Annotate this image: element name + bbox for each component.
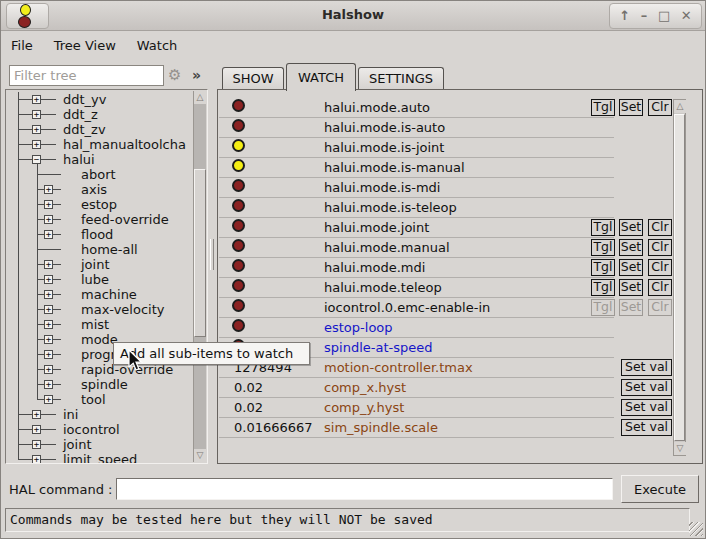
tree-expander-+[interactable]: + — [44, 350, 53, 359]
tree-item-estop[interactable]: +estop — [6, 197, 193, 212]
set-button[interactable]: Set — [619, 239, 643, 256]
tree-expander-+[interactable]: + — [32, 425, 41, 434]
minimize-button[interactable]: – — [641, 4, 648, 28]
execute-button[interactable]: Execute — [621, 475, 699, 503]
window-title: Halshow — [1, 7, 705, 22]
menubar: FileTree ViewWatch — [1, 32, 705, 59]
tree-item-ddt_z[interactable]: +ddt_z — [6, 107, 193, 122]
maximize-button[interactable]: □ — [658, 4, 670, 28]
tree-expander-+[interactable]: + — [44, 200, 53, 209]
clr-button[interactable]: Clr — [648, 99, 672, 116]
clr-button[interactable]: Clr — [648, 239, 672, 256]
tree-expander-+[interactable]: + — [44, 290, 53, 299]
set-button[interactable]: Set — [619, 259, 643, 276]
tree-item-axis[interactable]: +axis — [6, 182, 193, 197]
set-button[interactable]: Set — [619, 279, 643, 296]
close-button[interactable]: ✕ — [681, 4, 692, 28]
hal-tree-panel: +ddt_yv+ddt_z+ddt_zv+hal_manualtoolcha−h… — [5, 89, 208, 464]
filter-settings-gear-icon[interactable]: ⚙ — [168, 66, 181, 84]
set-val-button[interactable]: Set val — [621, 359, 672, 376]
scroll-up-icon[interactable]: △ — [674, 100, 686, 113]
tree-item-ini[interactable]: +ini — [6, 407, 193, 422]
clr-button[interactable]: Clr — [648, 219, 672, 236]
tree-item-joint[interactable]: +joint — [6, 257, 193, 272]
tree-item-halui[interactable]: −halui — [6, 152, 193, 167]
tree-expander-+[interactable]: + — [32, 440, 41, 449]
tree-item-abort[interactable]: abort — [6, 167, 193, 182]
tree-expander-+[interactable]: + — [32, 95, 41, 104]
tree-item-feed-override[interactable]: +feed-override — [6, 212, 193, 227]
tree-item-joint[interactable]: +joint — [6, 437, 193, 452]
tree-expander-+[interactable]: + — [44, 305, 53, 314]
tree-item-lube[interactable]: +lube — [6, 272, 193, 287]
tree-item-hal_manualtoolcha[interactable]: +hal_manualtoolcha — [6, 137, 193, 152]
tree-item-iocontrol[interactable]: +iocontrol — [6, 422, 193, 437]
tree-item-limit_speed[interactable]: +limit_speed — [6, 452, 193, 464]
tree-expander-+[interactable]: + — [32, 125, 41, 134]
set-button: Set — [619, 299, 643, 316]
tgl-button[interactable]: Tgl — [591, 219, 615, 236]
tree-item-label: abort — [81, 167, 116, 182]
menu-watch[interactable]: Watch — [137, 38, 177, 53]
tree-expander-+[interactable]: + — [32, 110, 41, 119]
tree-expander-+[interactable]: + — [32, 410, 41, 419]
tree-item-label: progr — [81, 347, 116, 362]
tab-show[interactable]: SHOW — [222, 67, 284, 89]
tree-scrollbar-thumb[interactable] — [194, 169, 206, 337]
tree-item-machine[interactable]: +machine — [6, 287, 193, 302]
tree-expander-+[interactable]: + — [44, 395, 53, 404]
tree-scrollbar[interactable]: △ ▽ — [193, 91, 206, 462]
resize-grip[interactable] — [689, 522, 703, 536]
tgl-button[interactable]: Tgl — [591, 99, 615, 116]
set-val-button[interactable]: Set val — [621, 399, 672, 416]
menu-file[interactable]: File — [11, 38, 33, 53]
set-val-button[interactable]: Set val — [621, 379, 672, 396]
tree-item-max-velocity[interactable]: +max-velocity — [6, 302, 193, 317]
tgl-button[interactable]: Tgl — [591, 239, 615, 256]
watch-scrollbar-thumb[interactable] — [674, 114, 685, 441]
tgl-button[interactable]: Tgl — [591, 259, 615, 276]
tree-expander-+[interactable]: + — [44, 275, 53, 284]
clr-button[interactable]: Clr — [648, 259, 672, 276]
tree-item-ddt_zv[interactable]: +ddt_zv — [6, 122, 193, 137]
tab-watch[interactable]: WATCH — [286, 63, 356, 91]
tree-expander-+[interactable]: + — [44, 365, 53, 374]
tgl-button[interactable]: Tgl — [591, 279, 615, 296]
tree-expander-+[interactable]: + — [32, 455, 41, 464]
filter-tree-input[interactable] — [9, 65, 164, 86]
shade-button[interactable]: ↑ — [619, 4, 630, 28]
watch-scrollbar[interactable]: △ ▽ — [673, 99, 686, 456]
clr-button[interactable]: Clr — [648, 279, 672, 296]
mouse-cursor — [128, 349, 144, 373]
tree-expander-−[interactable]: − — [32, 155, 41, 164]
led-off-indicator — [232, 99, 245, 112]
tree-expander-+[interactable]: + — [44, 215, 53, 224]
tree-item-ddt_yv[interactable]: +ddt_yv — [6, 92, 193, 107]
scroll-up-icon[interactable]: △ — [194, 91, 206, 104]
tree-item-label: tool — [81, 392, 106, 407]
tree-item-mist[interactable]: +mist — [6, 317, 193, 332]
tree-expander-+[interactable]: + — [44, 380, 53, 389]
tab-settings[interactable]: SETTINGS — [358, 67, 444, 89]
watch-name: comp_x.hyst — [324, 380, 406, 395]
tree-item-home-all[interactable]: home-all — [6, 242, 193, 257]
tree-item-tool[interactable]: +tool — [6, 392, 193, 407]
scroll-down-icon[interactable]: ▽ — [194, 449, 206, 462]
tree-expander-+[interactable]: + — [44, 260, 53, 269]
menu-tree-view[interactable]: Tree View — [54, 38, 116, 53]
tree-expander-+[interactable]: + — [32, 140, 41, 149]
tree-item-spindle[interactable]: +spindle — [6, 377, 193, 392]
tree-expander-+[interactable]: + — [44, 185, 53, 194]
set-button[interactable]: Set — [619, 99, 643, 116]
set-val-button[interactable]: Set val — [621, 419, 672, 436]
tree-expander-+[interactable]: + — [44, 320, 53, 329]
tree-item-flood[interactable]: +flood — [6, 227, 193, 242]
pane-sash-handle[interactable] — [210, 239, 214, 270]
tree-expander-+[interactable]: + — [44, 335, 53, 344]
scroll-down-icon[interactable]: ▽ — [674, 442, 686, 455]
tree-expander-+[interactable]: + — [44, 230, 53, 239]
filter-expand-chevrons-icon[interactable]: » — [192, 67, 201, 83]
hal-tree: +ddt_yv+ddt_z+ddt_zv+hal_manualtoolcha−h… — [6, 92, 193, 464]
set-button[interactable]: Set — [619, 219, 643, 236]
hal-command-input[interactable] — [116, 478, 613, 500]
